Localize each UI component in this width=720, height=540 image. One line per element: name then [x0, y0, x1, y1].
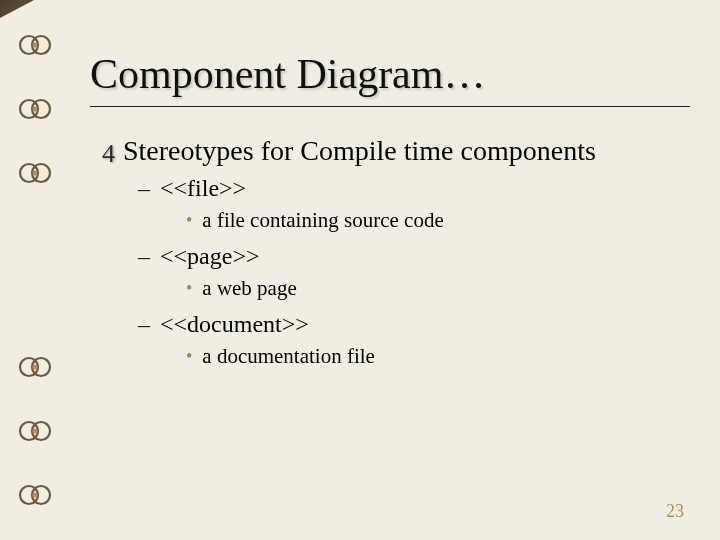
binder-rings [0, 0, 60, 540]
page-title: Component Diagram… [90, 50, 690, 98]
dash-bullet-icon: – [138, 311, 150, 338]
binder-ring-icon [18, 162, 52, 184]
slide-content: Component Diagram… 4 Stereotypes for Com… [80, 0, 720, 540]
stereotype-name: <<document>> [160, 311, 309, 338]
dash-bullet-icon: – [138, 175, 150, 202]
level2-item: – <<document>> [138, 311, 690, 338]
stereotype-name: <<file>> [160, 175, 246, 202]
level3-item: • a file containing source code [186, 208, 690, 233]
stereotype-name: <<page>> [160, 243, 259, 270]
binder-ring-icon [18, 420, 52, 442]
stereotype-desc: a documentation file [202, 344, 375, 369]
title-underline [90, 106, 690, 107]
dot-bullet-icon: • [186, 278, 192, 299]
page-number: 23 [666, 501, 684, 522]
svg-point-2 [32, 42, 37, 47]
stereotype-desc: a file containing source code [202, 208, 443, 233]
svg-point-8 [32, 170, 37, 175]
four-bullet-icon: 4 [102, 141, 115, 167]
svg-point-14 [32, 428, 37, 433]
binder-ring-icon [18, 484, 52, 506]
svg-point-5 [32, 106, 37, 111]
svg-point-11 [32, 364, 37, 369]
level2-item: – <<file>> [138, 175, 690, 202]
level1-text: Stereotypes for Compile time components [123, 135, 596, 167]
level3-item: • a web page [186, 276, 690, 301]
level3-item: • a documentation file [186, 344, 690, 369]
dash-bullet-icon: – [138, 243, 150, 270]
binder-ring-icon [18, 356, 52, 378]
dot-bullet-icon: • [186, 346, 192, 367]
level1-item: 4 Stereotypes for Compile time component… [102, 135, 690, 167]
binder-ring-icon [18, 34, 52, 56]
level2-item: – <<page>> [138, 243, 690, 270]
dot-bullet-icon: • [186, 210, 192, 231]
stereotype-desc: a web page [202, 276, 296, 301]
svg-point-17 [32, 492, 37, 497]
binder-ring-icon [18, 98, 52, 120]
